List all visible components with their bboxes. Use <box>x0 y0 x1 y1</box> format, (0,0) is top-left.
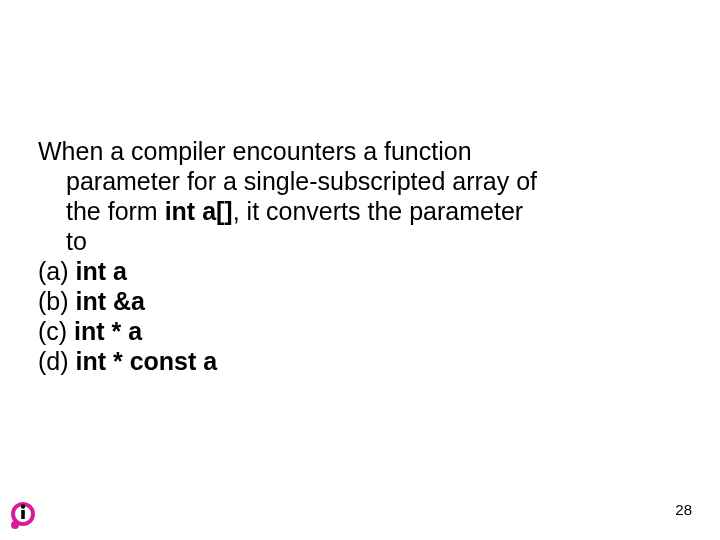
option-b-text: int &a <box>76 287 145 315</box>
question-line-2: parameter for a single-subscripted array… <box>66 166 678 196</box>
option-a-text: int a <box>76 257 127 285</box>
option-c: (c) int * a <box>38 316 678 346</box>
option-c-label: (c) <box>38 317 74 345</box>
question-line-4: to <box>66 226 678 256</box>
svg-point-1 <box>11 521 19 529</box>
slide: When a compiler encounters a function pa… <box>0 0 720 540</box>
svg-point-3 <box>21 504 25 508</box>
question-line-3-post: , it converts the parameter <box>233 197 523 225</box>
logo-icon <box>8 500 38 530</box>
option-d-label: (d) <box>38 347 76 375</box>
option-d-text: int * const a <box>76 347 218 375</box>
option-a: (a) int a <box>38 256 678 286</box>
slide-content: When a compiler encounters a function pa… <box>38 136 678 376</box>
option-c-text: int * a <box>74 317 142 345</box>
question-line-1: When a compiler encounters a function <box>38 136 678 166</box>
question-line-3: the form int a[], it converts the parame… <box>66 196 678 226</box>
question-line-3-pre: the form <box>66 197 165 225</box>
option-a-label: (a) <box>38 257 76 285</box>
question-code: int a[] <box>165 197 233 225</box>
option-d: (d) int * const a <box>38 346 678 376</box>
option-b-label: (b) <box>38 287 76 315</box>
option-b: (b) int &a <box>38 286 678 316</box>
svg-rect-2 <box>21 510 25 519</box>
page-number: 28 <box>675 501 692 518</box>
